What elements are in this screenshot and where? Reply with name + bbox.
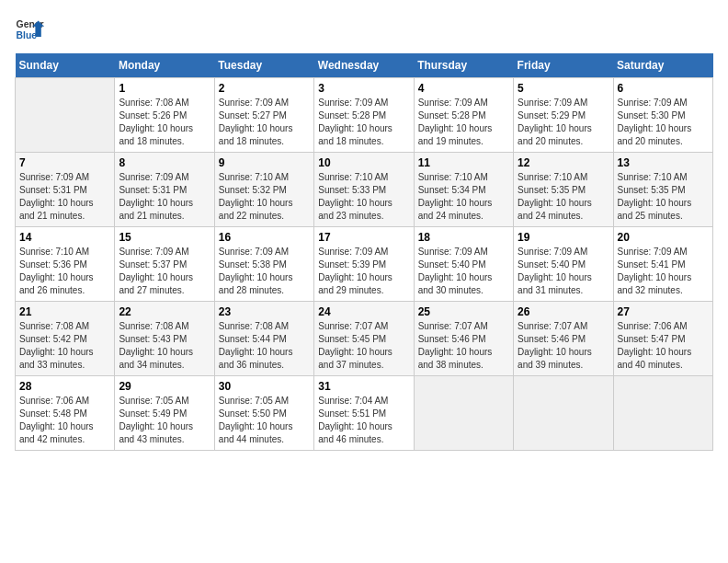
day-number: 16 <box>219 231 310 244</box>
day-info: Sunrise: 7:10 AMSunset: 5:32 PMDaylight:… <box>219 171 310 223</box>
day-cell: 30Sunrise: 7:05 AMSunset: 5:50 PMDayligh… <box>214 376 313 451</box>
day-cell: 14Sunrise: 7:10 AMSunset: 5:36 PMDayligh… <box>16 227 115 302</box>
week-row-2: 7Sunrise: 7:09 AMSunset: 5:31 PMDaylight… <box>16 153 713 227</box>
day-info: Sunrise: 7:09 AMSunset: 5:31 PMDaylight:… <box>19 171 110 223</box>
day-info: Sunrise: 7:05 AMSunset: 5:49 PMDaylight:… <box>119 395 210 446</box>
day-number: 1 <box>119 82 210 95</box>
day-number: 8 <box>119 156 210 169</box>
day-info: Sunrise: 7:09 AMSunset: 5:27 PMDaylight:… <box>219 97 310 148</box>
day-cell: 13Sunrise: 7:10 AMSunset: 5:35 PMDayligh… <box>613 153 712 227</box>
day-info: Sunrise: 7:09 AMSunset: 5:41 PMDaylight:… <box>618 246 709 297</box>
day-info: Sunrise: 7:09 AMSunset: 5:29 PMDaylight:… <box>518 97 609 148</box>
day-info: Sunrise: 7:04 AMSunset: 5:51 PMDaylight:… <box>318 395 409 446</box>
day-cell <box>613 376 712 451</box>
day-cell <box>16 78 115 153</box>
day-number: 11 <box>418 156 509 169</box>
day-cell: 3Sunrise: 7:09 AMSunset: 5:28 PMDaylight… <box>314 78 414 153</box>
day-info: Sunrise: 7:06 AMSunset: 5:48 PMDaylight:… <box>19 395 110 446</box>
day-cell: 19Sunrise: 7:09 AMSunset: 5:40 PMDayligh… <box>514 227 613 302</box>
header-cell-friday: Friday <box>514 53 613 78</box>
header-cell-thursday: Thursday <box>414 53 513 78</box>
day-number: 26 <box>518 305 609 318</box>
day-cell: 22Sunrise: 7:08 AMSunset: 5:43 PMDayligh… <box>115 302 214 376</box>
day-cell: 17Sunrise: 7:09 AMSunset: 5:39 PMDayligh… <box>314 227 414 302</box>
day-number: 6 <box>618 82 709 95</box>
day-cell: 16Sunrise: 7:09 AMSunset: 5:38 PMDayligh… <box>214 227 313 302</box>
day-info: Sunrise: 7:08 AMSunset: 5:26 PMDaylight:… <box>119 97 210 148</box>
day-number: 9 <box>219 156 310 169</box>
header-cell-tuesday: Tuesday <box>214 53 313 78</box>
day-number: 18 <box>418 231 509 244</box>
day-cell: 6Sunrise: 7:09 AMSunset: 5:30 PMDaylight… <box>613 78 712 153</box>
day-cell: 5Sunrise: 7:09 AMSunset: 5:29 PMDaylight… <box>514 78 613 153</box>
day-info: Sunrise: 7:10 AMSunset: 5:35 PMDaylight:… <box>518 171 609 223</box>
header-cell-wednesday: Wednesday <box>314 53 414 78</box>
day-info: Sunrise: 7:07 AMSunset: 5:46 PMDaylight:… <box>418 320 509 372</box>
day-cell: 12Sunrise: 7:10 AMSunset: 5:35 PMDayligh… <box>514 153 613 227</box>
day-cell: 8Sunrise: 7:09 AMSunset: 5:31 PMDaylight… <box>115 153 214 227</box>
day-cell: 27Sunrise: 7:06 AMSunset: 5:47 PMDayligh… <box>613 302 712 376</box>
logo-icon: General Blue <box>15 15 44 44</box>
day-cell: 24Sunrise: 7:07 AMSunset: 5:45 PMDayligh… <box>314 302 414 376</box>
day-cell: 28Sunrise: 7:06 AMSunset: 5:48 PMDayligh… <box>16 376 115 451</box>
day-info: Sunrise: 7:09 AMSunset: 5:28 PMDaylight:… <box>318 97 409 148</box>
svg-text:Blue: Blue <box>17 30 38 40</box>
day-number: 28 <box>19 380 110 393</box>
week-row-3: 14Sunrise: 7:10 AMSunset: 5:36 PMDayligh… <box>16 227 713 302</box>
day-number: 10 <box>318 156 409 169</box>
day-number: 27 <box>618 305 709 318</box>
day-cell: 21Sunrise: 7:08 AMSunset: 5:42 PMDayligh… <box>16 302 115 376</box>
day-number: 14 <box>19 231 110 244</box>
day-info: Sunrise: 7:05 AMSunset: 5:50 PMDaylight:… <box>219 395 310 446</box>
day-cell: 20Sunrise: 7:09 AMSunset: 5:41 PMDayligh… <box>613 227 712 302</box>
day-cell: 18Sunrise: 7:09 AMSunset: 5:40 PMDayligh… <box>414 227 513 302</box>
day-cell: 29Sunrise: 7:05 AMSunset: 5:49 PMDayligh… <box>115 376 214 451</box>
day-info: Sunrise: 7:08 AMSunset: 5:42 PMDaylight:… <box>19 320 110 372</box>
day-number: 22 <box>119 305 210 318</box>
day-info: Sunrise: 7:09 AMSunset: 5:38 PMDaylight:… <box>219 246 310 297</box>
header-cell-saturday: Saturday <box>613 53 712 78</box>
day-info: Sunrise: 7:08 AMSunset: 5:43 PMDaylight:… <box>119 320 210 372</box>
day-number: 3 <box>318 82 409 95</box>
calendar-table: SundayMondayTuesdayWednesdayThursdayFrid… <box>15 53 713 451</box>
day-info: Sunrise: 7:09 AMSunset: 5:37 PMDaylight:… <box>119 246 210 297</box>
day-number: 20 <box>618 231 709 244</box>
page-container: General Blue SundayMondayTuesdayWednesda… <box>0 0 728 460</box>
day-cell: 9Sunrise: 7:10 AMSunset: 5:32 PMDaylight… <box>214 153 313 227</box>
day-number: 31 <box>318 380 409 393</box>
day-info: Sunrise: 7:07 AMSunset: 5:45 PMDaylight:… <box>318 320 409 372</box>
day-info: Sunrise: 7:09 AMSunset: 5:28 PMDaylight:… <box>418 97 509 148</box>
day-number: 21 <box>19 305 110 318</box>
day-number: 12 <box>518 156 609 169</box>
day-cell: 10Sunrise: 7:10 AMSunset: 5:33 PMDayligh… <box>314 153 414 227</box>
day-info: Sunrise: 7:09 AMSunset: 5:31 PMDaylight:… <box>119 171 210 223</box>
header-cell-sunday: Sunday <box>16 53 115 78</box>
day-cell: 26Sunrise: 7:07 AMSunset: 5:46 PMDayligh… <box>514 302 613 376</box>
day-cell <box>514 376 613 451</box>
day-cell: 7Sunrise: 7:09 AMSunset: 5:31 PMDaylight… <box>16 153 115 227</box>
day-cell <box>414 376 513 451</box>
day-number: 25 <box>418 305 509 318</box>
day-number: 17 <box>318 231 409 244</box>
day-info: Sunrise: 7:10 AMSunset: 5:33 PMDaylight:… <box>318 171 409 223</box>
day-cell: 15Sunrise: 7:09 AMSunset: 5:37 PMDayligh… <box>115 227 214 302</box>
day-cell: 31Sunrise: 7:04 AMSunset: 5:51 PMDayligh… <box>314 376 414 451</box>
day-number: 5 <box>518 82 609 95</box>
day-info: Sunrise: 7:09 AMSunset: 5:30 PMDaylight:… <box>618 97 709 148</box>
day-cell: 2Sunrise: 7:09 AMSunset: 5:27 PMDaylight… <box>214 78 313 153</box>
header: General Blue <box>15 15 713 44</box>
day-cell: 11Sunrise: 7:10 AMSunset: 5:34 PMDayligh… <box>414 153 513 227</box>
day-number: 4 <box>418 82 509 95</box>
day-number: 23 <box>219 305 310 318</box>
day-number: 24 <box>318 305 409 318</box>
day-info: Sunrise: 7:06 AMSunset: 5:47 PMDaylight:… <box>618 320 709 372</box>
day-number: 19 <box>518 231 609 244</box>
header-row: SundayMondayTuesdayWednesdayThursdayFrid… <box>16 53 713 78</box>
day-info: Sunrise: 7:09 AMSunset: 5:40 PMDaylight:… <box>518 246 609 297</box>
day-info: Sunrise: 7:07 AMSunset: 5:46 PMDaylight:… <box>518 320 609 372</box>
day-info: Sunrise: 7:10 AMSunset: 5:35 PMDaylight:… <box>618 171 709 223</box>
day-info: Sunrise: 7:09 AMSunset: 5:39 PMDaylight:… <box>318 246 409 297</box>
week-row-4: 21Sunrise: 7:08 AMSunset: 5:42 PMDayligh… <box>16 302 713 376</box>
day-info: Sunrise: 7:10 AMSunset: 5:36 PMDaylight:… <box>19 246 110 297</box>
header-cell-monday: Monday <box>115 53 214 78</box>
